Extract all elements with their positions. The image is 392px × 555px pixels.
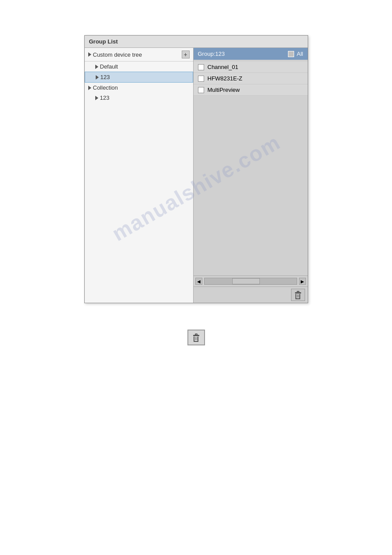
scrollbar-thumb[interactable] bbox=[232, 278, 260, 284]
channel-01-checkbox[interactable] bbox=[198, 64, 204, 70]
dialog-title: Group List bbox=[89, 38, 118, 45]
scrollbar-track[interactable] bbox=[204, 278, 297, 285]
custom-device-tree-label-container: Custom device tree bbox=[88, 51, 142, 58]
tree-panel: Custom device tree + Default 123 bbox=[85, 48, 194, 303]
channel-item-01[interactable]: Channel_01 bbox=[194, 62, 308, 73]
collection-123-arrow-icon bbox=[95, 96, 98, 100]
channel-list: Channel_01 HFW8231E-Z MultiPreview bbox=[194, 60, 308, 276]
standalone-delete-container bbox=[187, 330, 205, 345]
standalone-trash-icon bbox=[193, 334, 199, 342]
standalone-trash-body bbox=[194, 337, 198, 342]
collection-label: Collection bbox=[93, 84, 118, 91]
tree-item-123[interactable]: 123 bbox=[85, 72, 193, 83]
channel-panel-header: Group:123 All bbox=[194, 48, 308, 60]
all-label: All bbox=[297, 51, 303, 57]
tree-item-default[interactable]: Default bbox=[85, 62, 193, 72]
hfw8231e-z-checkbox[interactable] bbox=[198, 76, 204, 82]
dialog-body: Custom device tree + Default 123 bbox=[85, 48, 308, 303]
channel-item-multipreview[interactable]: MultiPreview bbox=[194, 84, 308, 96]
channel-panel: Group:123 All Channel_01 HFW8231E-Z bbox=[194, 48, 308, 303]
channel-01-name: Channel_01 bbox=[208, 64, 238, 70]
tree-item-collection-123[interactable]: 123 bbox=[85, 93, 193, 103]
delete-button[interactable] bbox=[291, 289, 305, 301]
trash-icon bbox=[295, 291, 301, 299]
group-list-dialog: Group List Custom device tree + Default bbox=[84, 35, 308, 303]
trash-body bbox=[295, 294, 300, 299]
channel-scrollbar: ◀ ▶ bbox=[194, 276, 308, 287]
custom-device-tree-label: Custom device tree bbox=[93, 51, 142, 58]
all-checkbox[interactable] bbox=[288, 51, 294, 57]
standalone-trash-lid bbox=[193, 335, 199, 336]
collection-123-label: 123 bbox=[100, 94, 110, 101]
dialog-title-bar: Group List bbox=[85, 36, 308, 48]
default-label: Default bbox=[100, 63, 118, 70]
scrollbar-right-button[interactable]: ▶ bbox=[299, 278, 306, 285]
scrollbar-left-button[interactable]: ◀ bbox=[195, 278, 202, 285]
multipreview-name: MultiPreview bbox=[208, 87, 240, 93]
tree-item-collection[interactable]: Collection bbox=[85, 83, 193, 93]
custom-device-tree-header[interactable]: Custom device tree + bbox=[85, 48, 193, 62]
multipreview-checkbox[interactable] bbox=[198, 87, 204, 93]
channel-footer bbox=[194, 287, 308, 303]
standalone-delete-button[interactable] bbox=[187, 330, 205, 345]
custom-device-tree-arrow-icon bbox=[88, 52, 91, 57]
hfw8231e-z-name: HFW8231E-Z bbox=[208, 75, 242, 82]
123-arrow-icon bbox=[96, 75, 99, 80]
default-arrow-icon bbox=[95, 65, 98, 69]
trash-lid bbox=[295, 292, 301, 294]
all-checkbox-container: All bbox=[288, 51, 303, 57]
123-label: 123 bbox=[101, 74, 110, 80]
add-group-button[interactable]: + bbox=[182, 51, 190, 58]
collection-arrow-icon bbox=[88, 86, 91, 90]
group-title: Group:123 bbox=[198, 51, 225, 57]
channel-item-hfw8231e-z[interactable]: HFW8231E-Z bbox=[194, 73, 308, 84]
